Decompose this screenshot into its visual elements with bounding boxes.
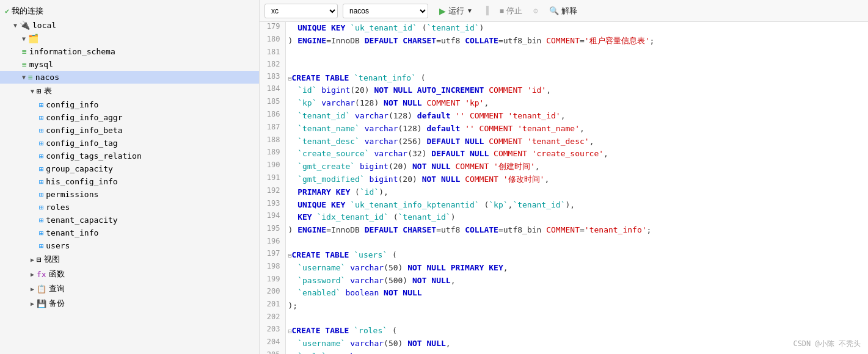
- sidebar-item-users[interactable]: ⊞ users: [0, 239, 259, 252]
- line-content: `create_source` varchar(32) DEFAULT NULL…: [285, 148, 868, 161]
- explain-icon: 🔍: [549, 6, 559, 15]
- sidebar-item-config-tags-relation[interactable]: ⊞ config_tags_relation: [0, 150, 259, 162]
- sidebar-item-label: local: [32, 21, 56, 30]
- line-number: 198: [260, 262, 285, 275]
- sidebar-item-views-folder[interactable]: ▶ ⊟ 视图: [0, 252, 259, 267]
- line-content: [285, 60, 868, 72]
- sidebar-item-queries-folder[interactable]: ▶ 📋 查询: [0, 281, 259, 296]
- sidebar-item-tenant-info[interactable]: ⊞ tenant_info: [0, 226, 259, 239]
- table-row: 185 `kp` varchar(128) NOT NULL COMMENT '…: [260, 97, 868, 110]
- table-row: 196: [260, 237, 868, 249]
- chevron-right-icon: ▶: [31, 271, 34, 278]
- sidebar-item-mysql[interactable]: ≡ mysql: [0, 58, 259, 71]
- table-icon: ⊞: [39, 139, 43, 148]
- line-number: 191: [260, 173, 285, 186]
- db-icon: ≡: [28, 73, 33, 82]
- stop-button[interactable]: ■ 停止: [494, 4, 528, 18]
- line-number: 187: [260, 123, 285, 135]
- table-icon: ⊞: [39, 101, 43, 109]
- line-number: 188: [260, 135, 285, 148]
- table-row: 204 `username` varchar(50) NOT NULL,: [260, 338, 868, 350]
- line-number: 185: [260, 97, 285, 110]
- sidebar-item-config-info-beta[interactable]: ⊞ config_info_beta: [0, 124, 259, 137]
- sidebar-item-backup-folder[interactable]: ▶ 💾 备份: [0, 296, 259, 311]
- sidebar-item-label: users: [46, 241, 70, 250]
- sidebar-item-label: config_info: [46, 100, 98, 109]
- line-number: 193: [260, 199, 285, 212]
- line-number: 184: [260, 84, 285, 97]
- sidebar-item-label: config_tags_relation: [46, 151, 142, 161]
- table-icon: ⊞: [39, 242, 43, 250]
- table-row: 189 `create_source` varchar(32) DEFAULT …: [260, 148, 868, 161]
- sidebar-item-nacos[interactable]: ▼ ≡ nacos: [0, 71, 259, 84]
- sidebar-item-his-config-info[interactable]: ⊞ his_config_info: [0, 175, 259, 188]
- sidebar-item-db-group[interactable]: ▼ 🗂️: [0, 32, 259, 45]
- sidebar-item-config-info[interactable]: ⊞ config_info: [0, 98, 259, 111]
- sidebar-item-local[interactable]: ▼ 🔌 local: [0, 18, 259, 32]
- explain-button[interactable]: 🔍 解释: [543, 4, 583, 18]
- db-icon: ≡: [22, 60, 27, 69]
- table-row: 192 PRIMARY KEY (`id`),: [260, 186, 868, 199]
- line-number: 186: [260, 110, 285, 123]
- sidebar-item-label: information_schema: [29, 47, 115, 56]
- sidebar-item-my-connections[interactable]: ✔ 我的连接: [0, 4, 259, 18]
- table-row: 190 `gmt_create` bigint(20) NOT NULL COM…: [260, 161, 868, 173]
- sidebar-item-functions-folder[interactable]: ▶ fx 函数: [0, 267, 259, 281]
- chevron-down-icon: ▼: [22, 74, 26, 81]
- line-number: 204: [260, 338, 285, 350]
- table-row: 197 ⊟CREATE TABLE `users` (: [260, 249, 868, 262]
- view-folder-icon: ⊟: [37, 255, 42, 264]
- sidebar-item-roles[interactable]: ⊞ roles: [0, 201, 259, 214]
- line-content: `password` varchar(500) NOT NULL,: [285, 275, 868, 287]
- line-content: ⊟CREATE TABLE `tenant_info` (: [285, 72, 868, 85]
- sidebar-item-label: 表: [44, 85, 52, 96]
- db-group-icon: 🗂️: [28, 34, 38, 43]
- sidebar-item-group-capacity[interactable]: ⊞ group_capacity: [0, 162, 259, 175]
- chevron-down-icon: ▼: [22, 35, 26, 42]
- line-content: ) ENGINE=InnoDB DEFAULT CHARSET=utf8 COL…: [285, 224, 868, 237]
- line-content: [285, 237, 868, 249]
- line-number: 182: [260, 60, 285, 72]
- table-row: 179 UNIQUE KEY `uk_tenant_id` (`tenant_i…: [260, 22, 868, 35]
- line-number: 200: [260, 287, 285, 300]
- line-number: 202: [260, 312, 285, 325]
- table-row: 202: [260, 312, 868, 325]
- line-number: 190: [260, 161, 285, 173]
- line-content: UNIQUE KEY `uk_tenant_info_kptenantid` (…: [285, 199, 868, 212]
- sidebar-item-permissions[interactable]: ⊞ permissions: [0, 188, 259, 201]
- sidebar-item-information-schema[interactable]: ≡ information_schema: [0, 45, 259, 58]
- line-content: UNIQUE KEY `uk_tenant_id` (`tenant_id`): [285, 22, 868, 35]
- line-content: `role` varch...: [285, 350, 868, 354]
- nacos-selector[interactable]: nacos: [343, 4, 428, 18]
- table-icon: ⊞: [39, 229, 43, 237]
- table-row: 205 `role` varch...: [260, 350, 868, 354]
- line-content: `gmt_create` bigint(20) NOT NULL COMMENT…: [285, 161, 868, 173]
- table-row: 199 `password` varchar(500) NOT NULL,: [260, 275, 868, 287]
- line-content: KEY `idx_tenant_id` (`tenant_id`): [285, 211, 868, 224]
- table-icon: ⊞: [39, 190, 43, 199]
- code-table: 179 UNIQUE KEY `uk_tenant_id` (`tenant_i…: [260, 22, 868, 354]
- table-row: 194 KEY `idx_tenant_id` (`tenant_id`): [260, 211, 868, 224]
- sidebar-item-config-info-aggr[interactable]: ⊞ config_info_aggr: [0, 111, 259, 124]
- sidebar-item-label: config_info_beta: [46, 126, 122, 135]
- line-content: `gmt_modified` bigint(20) NOT NULL COMME…: [285, 173, 868, 186]
- sidebar-item-config-info-tag[interactable]: ⊞ config_info_tag: [0, 137, 259, 150]
- run-label: 运行: [448, 5, 464, 16]
- table-row: 183 ⊟CREATE TABLE `tenant_info` (: [260, 72, 868, 85]
- sidebar-item-tables-folder[interactable]: ▼ ⊞ 表: [0, 84, 259, 98]
- table-row: 181: [260, 48, 868, 60]
- sidebar-item-label: permissions: [46, 190, 98, 199]
- table-row: 195 ) ENGINE=InnoDB DEFAULT CHARSET=utf8…: [260, 224, 868, 237]
- table-row: 182: [260, 60, 868, 72]
- xc-selector[interactable]: xc: [264, 4, 338, 18]
- dropdown-arrow-icon: ▼: [467, 7, 473, 14]
- line-content: ⊟CREATE TABLE `roles` (: [285, 325, 868, 338]
- sidebar-item-tenant-capacity[interactable]: ⊞ tenant_capacity: [0, 214, 259, 226]
- table-icon: ⊞: [39, 114, 43, 122]
- chevron-down-icon: ▼: [31, 88, 34, 95]
- line-number: 183: [260, 72, 285, 85]
- run-button[interactable]: ▶ 运行 ▼: [433, 4, 479, 18]
- code-editor[interactable]: 179 UNIQUE KEY `uk_tenant_id` (`tenant_i…: [260, 22, 868, 354]
- sidebar-item-label: his_config_info: [46, 177, 117, 186]
- sidebar-item-label: 视图: [44, 254, 60, 265]
